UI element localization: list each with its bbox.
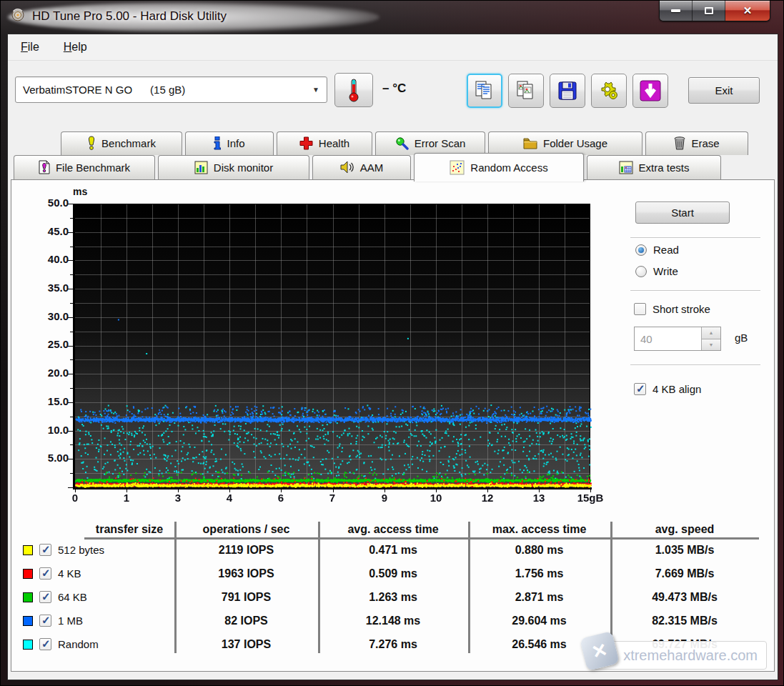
x-tick: 9 [364, 492, 405, 504]
spinner-up-button[interactable]: ▲ [702, 327, 720, 339]
start-button[interactable]: Start [635, 202, 730, 224]
watermark: ✕ xtremehardware.com [591, 641, 767, 670]
read-radio[interactable] [635, 244, 647, 256]
tab-folder-usage[interactable]: Folder Usage [488, 131, 642, 155]
info-icon [214, 136, 221, 150]
tab-aam[interactable]: AAM [312, 155, 411, 180]
y-tick: 35.0 [36, 282, 69, 294]
temperature-button[interactable] [334, 73, 373, 107]
gear-icon [599, 81, 619, 101]
avg-cell: 0.471 ms [318, 544, 468, 557]
chevron-down-icon: ▼ [312, 86, 319, 94]
random-access-page: ms 50.0 45.0 40.0 35.0 30.0 25.0 20.0 15… [11, 179, 775, 672]
series-checkbox[interactable] [39, 544, 51, 556]
col-header-avg-speed: avg. speed [610, 522, 759, 537]
menubar: File Help [8, 34, 778, 61]
x-tick: 13 [519, 492, 559, 504]
series-checkbox[interactable] [39, 591, 51, 603]
save-button[interactable] [550, 74, 585, 108]
col-header-max-access: max. access time [468, 522, 610, 537]
align-row: 4 KB align [634, 383, 701, 395]
ops-cell: 2119 IOPS [174, 544, 318, 557]
ops-cell: 791 IOPS [174, 591, 318, 604]
watermark-text: xtremehardware.com [623, 647, 758, 664]
align-label: 4 KB align [652, 383, 701, 395]
table-row: 64 KB 791 IOPS 1.263 ms 2.871 ms 49.473 … [11, 591, 774, 612]
series-checkbox[interactable] [39, 615, 51, 627]
series-label: Random [58, 638, 99, 650]
update-button[interactable] [632, 74, 668, 108]
short-stroke-checkbox[interactable] [634, 303, 646, 315]
app-icon [11, 8, 25, 25]
x-tick: 4 [209, 492, 249, 504]
options-button[interactable] [591, 74, 627, 108]
tab-erase[interactable]: Erase [645, 131, 748, 155]
watermark-logo-icon: ✕ [580, 631, 620, 671]
menu-help[interactable]: Help [64, 41, 87, 54]
short-stroke-label: Short stroke [652, 303, 710, 315]
series-checkbox[interactable] [39, 638, 51, 650]
exit-button[interactable]: Exit [688, 77, 760, 104]
magnifier-icon [395, 136, 409, 150]
maximize-icon [705, 7, 713, 14]
window-frame: HD Tune Pro 5.00 - Hard Disk Utility ✕ F… [0, 0, 784, 686]
x-tick: 0 [55, 492, 95, 504]
series-swatch [23, 592, 33, 602]
align-checkbox[interactable] [634, 383, 646, 395]
max-cell: 29.604 ms [468, 615, 610, 627]
table-row: 512 bytes 2119 IOPS 0.471 ms 0.880 ms 1.… [11, 544, 774, 565]
tab-health[interactable]: Health [277, 131, 372, 155]
file-benchmark-icon [39, 160, 50, 174]
x-tick: 7 [312, 492, 352, 504]
copy-text-button[interactable] [467, 74, 502, 108]
tab-disk-monitor[interactable]: Disk monitor [158, 155, 309, 180]
write-radio[interactable] [635, 266, 647, 277]
copy-image-button[interactable] [508, 74, 544, 108]
series-swatch [23, 545, 33, 555]
series-checkbox[interactable] [39, 567, 51, 580]
x-tick: 10 [416, 492, 456, 504]
ops-cell: 1963 IOPS [174, 567, 318, 580]
max-cell: 1.756 ms [468, 567, 610, 580]
spinner-down-button[interactable]: ▼ [702, 339, 720, 351]
trash-icon [674, 136, 685, 150]
y-tick: 40.0 [36, 253, 69, 265]
tab-random-access[interactable]: Random Access [414, 153, 584, 182]
y-tick: 20.0 [36, 367, 69, 379]
close-icon: ✕ [743, 4, 753, 17]
short-stroke-row: Short stroke [634, 303, 710, 315]
max-cell: 2.871 ms [468, 591, 610, 604]
col-header-operations: operations / sec [174, 522, 318, 537]
minimize-button[interactable] [660, 1, 693, 21]
y-tick: 15.0 [36, 395, 69, 407]
series-swatch [23, 569, 33, 579]
max-cell: 0.880 ms [468, 544, 610, 557]
benchmark-icon [87, 136, 96, 150]
copy-image-icon [516, 80, 536, 101]
speed-cell: 7.669 MB/s [610, 567, 759, 580]
thermometer-icon [347, 78, 361, 102]
folder-icon [523, 137, 537, 149]
maximize-button[interactable] [693, 1, 725, 21]
window-title: HD Tune Pro 5.00 - Hard Disk Utility [32, 9, 227, 24]
tab-row-2: File Benchmark Disk monitor AAM [14, 155, 721, 180]
ops-cell: 82 IOPS [174, 615, 318, 627]
write-radio-label: Write [653, 265, 678, 277]
drive-select-combobox[interactable]: VerbatimSTORE N GO (15 gB) ▼ [15, 76, 327, 103]
tab-extra-tests[interactable]: Extra tests [587, 155, 721, 180]
speed-cell: 49.473 MB/s [610, 591, 759, 604]
client-area: File Help VerbatimSTORE N GO (15 gB) ▼ –… [7, 34, 778, 680]
ops-cell: 137 IOPS [174, 638, 318, 651]
close-button[interactable]: ✕ [725, 1, 770, 21]
series-swatch [23, 640, 33, 650]
series-label: 1 MB [58, 615, 83, 627]
menu-file[interactable]: File [21, 41, 39, 54]
tab-benchmark[interactable]: Benchmark [61, 131, 182, 155]
speed-cell: 82.315 MB/s [610, 615, 759, 627]
tab-file-benchmark[interactable]: File Benchmark [14, 155, 155, 180]
tab-error-scan[interactable]: Error Scan [375, 131, 485, 155]
y-tick: 30.0 [36, 310, 69, 322]
capacity-spinner[interactable]: 40 ▲ ▼ [634, 327, 721, 351]
table-row: 4 KB 1963 IOPS 0.509 ms 1.756 ms 7.669 M… [11, 567, 774, 589]
tab-info[interactable]: Info [185, 131, 274, 155]
